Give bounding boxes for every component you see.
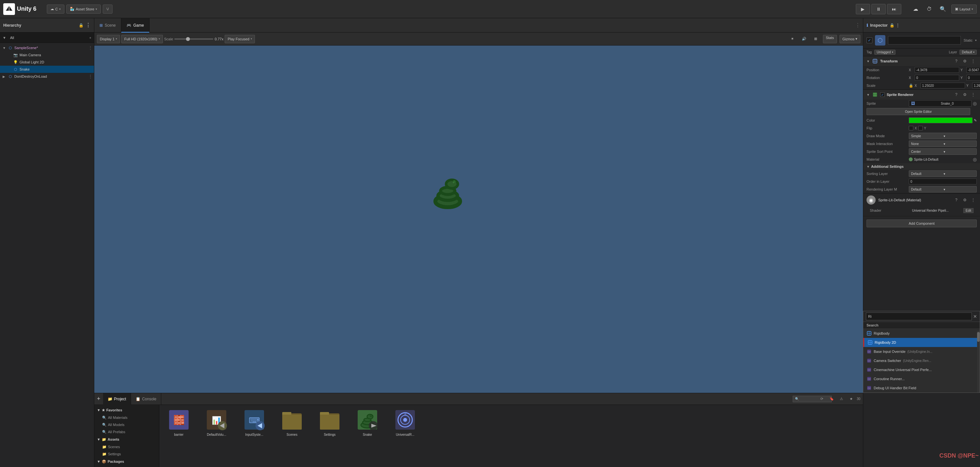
edit-shader-btn[interactable]: Edit: [963, 208, 974, 213]
asset-item-inputsystem[interactable]: ⌨ InputSyste...: [238, 408, 270, 437]
sprite-sort-point-dropdown[interactable]: Center ▾: [909, 148, 977, 155]
material-pick-btn[interactable]: ◎: [973, 157, 977, 162]
add-component-btn[interactable]: Add Component: [867, 220, 977, 227]
add-icon[interactable]: +: [94, 395, 103, 402]
asset-item-settings[interactable]: Settings: [313, 408, 346, 437]
transform-header[interactable]: ▼ Transform ? ⚙ ⋮: [863, 56, 980, 66]
rot-x-input[interactable]: [915, 75, 959, 81]
layer-dropdown[interactable]: Default ▾: [959, 50, 977, 55]
sun-icon[interactable]: ☀: [788, 35, 797, 43]
inspector-menu-icon[interactable]: ⋮: [896, 23, 900, 28]
additional-settings-header[interactable]: ▼ Additional Settings: [863, 163, 980, 170]
hierarchy-item-snake[interactable]: ⬡ Snake: [0, 66, 94, 73]
sprite-renderer-settings-btn[interactable]: ⚙: [961, 91, 968, 98]
search-result-rigidbody2d[interactable]: Rigidbody 2D: [863, 338, 980, 347]
nav-settings[interactable]: 📁 Settings: [94, 450, 159, 457]
tab-game[interactable]: 🎮 Game: [121, 18, 150, 32]
color-edit-icon[interactable]: ✎: [974, 118, 977, 123]
bottom-search-icon[interactable]: [808, 395, 816, 403]
pos-x-input[interactable]: [915, 67, 959, 73]
mask-interaction-dropdown[interactable]: None ▾: [909, 140, 977, 147]
play-focused-dropdown[interactable]: Play Focused ▾: [225, 35, 255, 43]
transform-help-btn[interactable]: ?: [953, 57, 960, 65]
pause-button[interactable]: ⏸: [872, 4, 886, 14]
sprite-field[interactable]: 🖼 Snake_0: [909, 100, 972, 107]
nav-scenes[interactable]: 📁 Scenes: [94, 443, 159, 450]
inspector-lock-icon[interactable]: 🔒: [889, 23, 894, 28]
open-sprite-editor-btn[interactable]: Open Sprite Editor: [867, 108, 970, 115]
scale-slider[interactable]: [174, 38, 213, 40]
hierarchy-item-sample-scene[interactable]: ▼ ⬡ SampleScene* ⋮: [0, 44, 94, 51]
scale-y-input[interactable]: [972, 83, 980, 88]
tab-console[interactable]: 📋 Console: [131, 393, 161, 405]
hierarchy-item-dontdestroy[interactable]: ▶ ⬡ DontDestroyOnLoad ⋮: [0, 73, 94, 80]
scale-x-input[interactable]: [921, 83, 965, 88]
sprite-renderer-menu-btn[interactable]: ⋮: [970, 91, 977, 98]
order-layer-input[interactable]: [909, 179, 977, 184]
nav-2d-animation[interactable]: 2D Animation: [94, 465, 159, 467]
tag-dropdown[interactable]: Untagged ▾: [874, 50, 895, 55]
color-picker[interactable]: [909, 117, 972, 123]
sprite-renderer-active-cb[interactable]: ✓: [880, 92, 885, 97]
dontdestroy-menu[interactable]: ⋮: [88, 74, 93, 79]
sprite-lit-settings-btn[interactable]: ⚙: [961, 196, 968, 204]
nav-all-models[interactable]: 🔍 All Models: [94, 421, 159, 428]
layout-button[interactable]: ▣ Layout ▾: [951, 5, 977, 14]
sprite-lit-help-btn[interactable]: ?: [953, 196, 960, 204]
tab-project[interactable]: 📁 Project: [103, 393, 131, 405]
bottom-warning-icon[interactable]: ⚠: [837, 395, 846, 403]
search-result-base-input[interactable]: C# Base Input Override (UnityEngine.In..…: [863, 347, 980, 356]
sprite-renderer-header[interactable]: ▼ ✓ Sprite Renderer ? ⚙ ⋮: [863, 90, 980, 99]
flip-y-checkbox[interactable]: [918, 126, 923, 131]
sprite-renderer-help-btn[interactable]: ?: [953, 91, 960, 98]
stats-button[interactable]: Stats: [823, 35, 837, 43]
static-dropdown-arrow[interactable]: ▾: [975, 39, 977, 42]
search-result-rigidbody[interactable]: Rigidbody: [863, 329, 980, 338]
flip-x-checkbox[interactable]: [909, 126, 913, 131]
asset-store-button[interactable]: 🏪 Asset Store ▾: [66, 5, 101, 14]
sprite-pick-btn[interactable]: ◎: [973, 101, 977, 106]
rendering-layer-dropdown[interactable]: Default ▾: [909, 186, 977, 193]
asset-item-snake[interactable]: Snake: [351, 408, 384, 437]
transform-settings-btn[interactable]: ⚙: [961, 57, 968, 65]
play-button[interactable]: ▶: [856, 4, 870, 14]
favorites-section[interactable]: ▼ ★ Favorites: [94, 406, 159, 414]
hierarchy-menu-icon[interactable]: ⋮: [86, 22, 91, 28]
git-button[interactable]: ⑂: [103, 5, 113, 14]
scale-lock-icon[interactable]: 🔒: [909, 84, 913, 88]
cloud-button[interactable]: ☁ C ▾: [47, 5, 64, 14]
search-result-cinemachine[interactable]: C# Cinemachine Universal Pixel Perfe...: [863, 365, 980, 374]
object-name-field[interactable]: Snake: [888, 36, 961, 45]
search-result-camera-switcher[interactable]: C# Camera Switcher (UnityEngine.Ren...: [863, 356, 980, 365]
step-button[interactable]: ⏭: [887, 4, 901, 14]
search-icon[interactable]: 🔍: [938, 4, 948, 14]
game-display-dropdown[interactable]: Display 1 ▾: [97, 35, 120, 43]
sound-icon[interactable]: 🔊: [800, 35, 809, 43]
component-search-input[interactable]: [866, 312, 972, 320]
nav-all-materials[interactable]: 🔍 All Materials: [94, 414, 159, 421]
search-clear-btn[interactable]: ✕: [973, 314, 977, 319]
packages-section[interactable]: ▼ 📦 Packages: [94, 457, 159, 465]
search-result-debug-ui[interactable]: C# Debug UI Handler Bit Field: [863, 383, 980, 392]
pos-y-input[interactable]: [966, 67, 980, 73]
rot-y-input[interactable]: [966, 75, 980, 81]
game-resolution-dropdown[interactable]: Full HD (1920x1080) ▾: [121, 35, 163, 43]
center-tab-options[interactable]: ⋮: [853, 22, 863, 28]
asset-item-defaultvolume[interactable]: 📊 DefaultVolu...: [200, 408, 233, 437]
hierarchy-add-icon[interactable]: +: [89, 36, 91, 40]
hierarchy-item-main-camera[interactable]: 📷 Main Camera: [0, 51, 94, 59]
history-icon[interactable]: ⏱: [924, 4, 934, 14]
bottom-refresh-icon[interactable]: ⟳: [818, 395, 826, 403]
search-result-coroutine[interactable]: C# Coroutine Runner...: [863, 374, 980, 383]
assets-section[interactable]: ▼ 📁 Assets: [94, 435, 159, 443]
sorting-layer-dropdown[interactable]: Default ▾: [909, 171, 977, 177]
sample-scene-menu[interactable]: ⋮: [88, 45, 93, 50]
bottom-bookmark-icon[interactable]: 🔖: [827, 395, 836, 403]
hierarchy-lock-icon[interactable]: 🔒: [79, 23, 84, 28]
cloud-services-icon[interactable]: ☁: [910, 4, 921, 14]
asset-item-barrier[interactable]: 🧱 barrier: [162, 408, 195, 437]
sprite-lit-menu-btn[interactable]: ⋮: [970, 196, 977, 204]
object-active-checkbox[interactable]: ✓: [867, 37, 872, 43]
bottom-star-icon[interactable]: ★: [847, 395, 856, 403]
asset-item-scenes[interactable]: Scenes: [276, 408, 308, 437]
